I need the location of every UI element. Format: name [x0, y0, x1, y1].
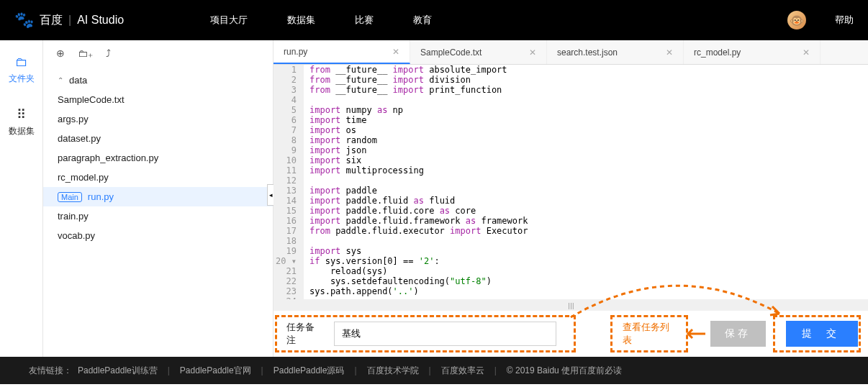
tree-file[interactable]: train.py — [43, 206, 273, 226]
arrow-right-icon — [684, 328, 705, 340]
close-icon[interactable]: ✕ — [666, 47, 673, 58]
folder-icon: 🗀 — [15, 55, 28, 70]
submit-button[interactable]: 提 交 — [786, 321, 858, 347]
code-line[interactable]: 19import sys — [273, 246, 868, 256]
editor-area: ◂ run.py✕ SampleCode.txt✕ search.test.js… — [273, 40, 868, 357]
tab-search[interactable]: search.test.json✕ — [547, 40, 684, 64]
tree-file[interactable]: vocab.py — [43, 226, 273, 245]
nav-projects[interactable]: 项目大厅 — [210, 14, 248, 27]
code-line[interactable]: 7import os — [273, 125, 868, 135]
divider: | — [68, 14, 71, 27]
footer: 友情链接： PaddlePaddle训练营| PaddlePaddle官网| P… — [0, 357, 868, 384]
code-line[interactable]: 10import six — [273, 155, 868, 165]
topbar-right: 🐵 帮助 — [787, 11, 854, 29]
nav-education[interactable]: 教育 — [413, 14, 432, 27]
code-line[interactable]: 11import multiprocessing — [273, 165, 868, 176]
close-icon[interactable]: ✕ — [392, 47, 399, 57]
side-tab-datasets[interactable]: ⠿ 数据集 — [9, 106, 35, 137]
tree-file[interactable]: rc_model.py — [43, 168, 273, 187]
file-name: run.py — [88, 191, 114, 202]
task-label: 任务备注 — [286, 321, 324, 347]
new-folder-icon[interactable]: 🗀₊ — [78, 47, 93, 59]
logo-brand: 百度 — [40, 13, 63, 28]
close-icon[interactable]: ✕ — [529, 47, 536, 58]
folder-name: data — [69, 75, 87, 86]
code-line[interactable]: 18 — [273, 236, 868, 246]
logo[interactable]: 🐾 百度 | AI Studio — [14, 11, 124, 29]
code-line[interactable]: 1from __future__ import absolute_import — [273, 65, 868, 75]
avatar[interactable]: 🐵 — [787, 11, 806, 29]
code-line[interactable]: 5import numpy as np — [273, 105, 868, 115]
code-editor[interactable]: 1from __future__ import absolute_import2… — [273, 65, 868, 299]
code-line[interactable]: 13import paddle — [273, 186, 868, 196]
tree-file-main[interactable]: Main run.py — [43, 187, 273, 206]
close-icon[interactable]: ✕ — [803, 47, 810, 58]
code-line[interactable]: 22 sys.setdefaultencoding("utf-8") — [273, 276, 868, 286]
side-tabs: 🗀 文件夹 ⠿ 数据集 — [0, 40, 43, 357]
nav-competition[interactable]: 比赛 — [355, 14, 374, 27]
footer-link[interactable]: PaddlePaddle官网 — [180, 365, 251, 377]
footer-link[interactable]: PaddlePaddle训练营 — [78, 365, 158, 377]
code-line[interactable]: 21 reload(sys) — [273, 266, 868, 276]
tab-run[interactable]: run.py✕ — [273, 40, 410, 64]
file-tree: ⌃ data SampleCode.txt args.py dataset.py… — [43, 66, 273, 250]
footer-label: 友情链接： — [29, 365, 72, 377]
tree-folder[interactable]: ⌃ data — [43, 70, 273, 90]
task-bar: 任务备注 查看任务列表 保存 提 交 — [273, 311, 868, 357]
nav-datasets[interactable]: 数据集 — [287, 14, 315, 27]
code-line[interactable]: 23sys.path.append('..') — [273, 286, 868, 296]
top-nav: 项目大厅 数据集 比赛 教育 — [210, 14, 432, 27]
side-tab-files[interactable]: 🗀 文件夹 — [9, 55, 35, 85]
save-button[interactable]: 保存 — [710, 321, 767, 347]
tab-sample[interactable]: SampleCode.txt✕ — [410, 40, 547, 64]
file-panel: ⊕ 🗀₊ ⤴ ⌃ data SampleCode.txt args.py dat… — [43, 40, 273, 357]
code-line[interactable]: 2from __future__ import division — [273, 75, 868, 85]
side-tab-label: 数据集 — [9, 125, 35, 137]
view-task-list-link[interactable]: 查看任务列表 — [623, 321, 679, 347]
code-line[interactable]: 3from __future__ import print_function — [273, 85, 868, 95]
code-line[interactable]: 12 — [273, 176, 868, 186]
code-line[interactable]: 16import paddle.fluid.framework as frame… — [273, 216, 868, 226]
upload-icon[interactable]: ⤴ — [106, 47, 111, 59]
editor-tabs: run.py✕ SampleCode.txt✕ search.test.json… — [273, 40, 868, 65]
code-line[interactable]: 24 — [273, 296, 868, 299]
code-line[interactable]: 8import random — [273, 135, 868, 145]
side-tab-label: 文件夹 — [9, 73, 35, 85]
chevron-down-icon: ⌃ — [58, 76, 63, 84]
code-line[interactable]: 9import json — [273, 145, 868, 155]
tree-file[interactable]: paragraph_extraction.py — [43, 148, 273, 168]
help-link[interactable]: 帮助 — [835, 14, 854, 27]
code-line[interactable]: 6import time — [273, 115, 868, 125]
code-line[interactable]: 15import paddle.fluid.core as core — [273, 206, 868, 216]
code-line[interactable]: 14import paddle.fluid as fluid — [273, 196, 868, 206]
main-badge: Main — [58, 192, 82, 202]
grid-icon: ⠿ — [17, 106, 26, 122]
footer-link[interactable]: PaddlePaddle源码 — [273, 365, 345, 377]
tree-file[interactable]: dataset.py — [43, 129, 273, 148]
code-line[interactable]: 4 — [273, 95, 868, 105]
code-line[interactable]: 17from paddle.fluid.executor import Exec… — [273, 226, 868, 236]
tree-file[interactable]: SampleCode.txt — [43, 90, 273, 109]
logo-product: AI Studio — [77, 14, 124, 27]
horizontal-scrollbar[interactable]: ⫼ — [273, 299, 868, 311]
footer-copyright: © 2019 Baidu 使用百度前必读 — [507, 365, 622, 377]
footer-link[interactable]: 百度效率云 — [441, 365, 484, 377]
file-toolbar: ⊕ 🗀₊ ⤴ — [43, 40, 273, 66]
main: 🗀 文件夹 ⠿ 数据集 ⊕ 🗀₊ ⤴ ⌃ data SampleCode.txt… — [0, 40, 868, 357]
topbar: 🐾 百度 | AI Studio 项目大厅 数据集 比赛 教育 🐵 帮助 — [0, 0, 868, 40]
footer-link[interactable]: 百度技术学院 — [367, 365, 419, 377]
tab-rcmodel[interactable]: rc_model.py✕ — [684, 40, 820, 64]
code-line[interactable]: 20 ▾if sys.version[0] == '2': — [273, 256, 868, 266]
new-file-icon[interactable]: ⊕ — [56, 47, 65, 59]
tree-file[interactable]: args.py — [43, 109, 273, 129]
paw-icon: 🐾 — [14, 11, 34, 29]
task-note-input[interactable] — [334, 322, 556, 346]
